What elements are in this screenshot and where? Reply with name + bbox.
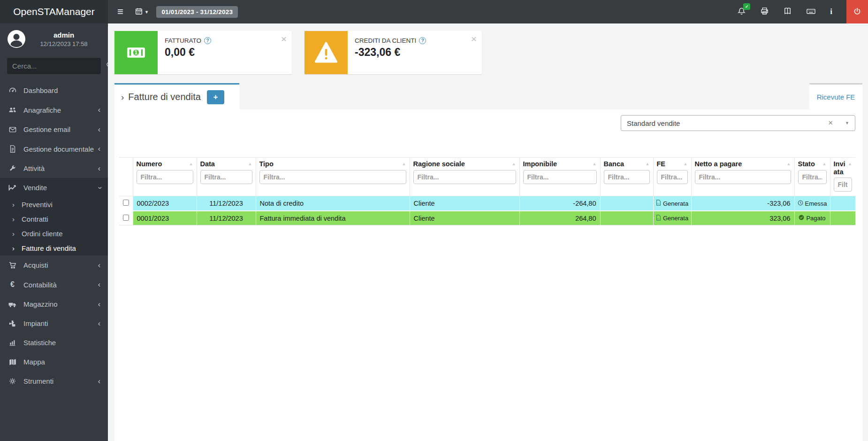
sidebar-item-label: Fatture di vendita	[22, 244, 76, 252]
column-header-imponibile[interactable]: Imponibile▲	[519, 158, 600, 196]
clear-selection-icon[interactable]: ×	[827, 118, 834, 128]
sidebar-item-acquisti[interactable]: Acquisti ‹	[0, 255, 108, 275]
sidebar-section-vendite: Vendite ‹ › Preventivi › Contratti › Ord…	[0, 178, 108, 255]
app-logo[interactable]: OpenSTAManager	[0, 0, 108, 23]
filter-input-numero[interactable]	[137, 170, 193, 184]
sidebar-item-label: Acquisti	[23, 261, 48, 269]
sort-icon[interactable]: ▲	[787, 160, 791, 166]
sidebar-item-label: Magazzino	[23, 300, 58, 308]
print-button[interactable]	[760, 7, 769, 17]
filter-input-fe[interactable]	[657, 170, 688, 184]
sidebar-item-dashboard[interactable]: Dashboard	[0, 80, 108, 100]
card-title: FATTURATO	[165, 37, 201, 44]
filter-input-tipo[interactable]	[259, 170, 406, 184]
check-circle-icon	[799, 215, 804, 222]
column-header-tipo[interactable]: Tipo▲	[256, 158, 410, 196]
sort-icon[interactable]: ▲	[512, 160, 516, 166]
sidebar-item-fatture-di-vendita[interactable]: › Fatture di vendita	[0, 241, 108, 255]
sidebar-item-statistiche[interactable]: Statistiche	[0, 333, 108, 352]
close-icon[interactable]: ×	[281, 34, 287, 44]
sidebar-item-vendite[interactable]: Vendite ‹	[0, 178, 108, 197]
sidebar-item-ordini-cliente[interactable]: › Ordini cliente	[0, 226, 108, 241]
sidebar-item-preventivi[interactable]: › Preventivi	[0, 197, 108, 212]
column-header-banca[interactable]: Banca▲	[600, 158, 653, 196]
sidebar-item-gestione-documentale[interactable]: Gestione documentale ‹	[0, 139, 108, 159]
card-body: CREDITI DA CLIENTI ? -323,06 €	[348, 31, 433, 74]
column-header-numero[interactable]: Numero▲	[133, 158, 197, 196]
sort-icon[interactable]: ▲	[848, 160, 852, 166]
date-range-button[interactable]: ▾	[135, 7, 148, 17]
sidebar-item-label: Impianti	[23, 319, 48, 327]
invoice-type-select[interactable]: Standard vendite × ▼	[621, 115, 855, 131]
close-icon[interactable]: ×	[471, 34, 477, 44]
sidebar-item-label: Dashboard	[23, 86, 58, 94]
row-select-checkbox[interactable]	[123, 200, 129, 206]
sort-icon[interactable]: ▲	[402, 160, 406, 166]
sidebar-item-anagrafiche[interactable]: Anagrafiche ‹	[0, 100, 108, 120]
column-header-stato[interactable]: Stato▲	[794, 158, 830, 196]
cell-tipo: Fattura immediata di vendita	[256, 211, 410, 225]
cell-inviata	[830, 211, 855, 225]
sort-icon[interactable]: ▲	[593, 160, 597, 166]
cell-stato: Pagato	[794, 211, 830, 225]
filter-input-imponibile[interactable]	[523, 170, 597, 184]
sort-icon[interactable]: ▲	[822, 160, 827, 166]
tabs-bar: › Fatture di vendita + Ricevute FE	[114, 83, 862, 109]
search-input[interactable]	[12, 62, 106, 70]
filter-input-netto-a-pagare[interactable]	[695, 170, 791, 184]
cell-fe: Generata	[653, 196, 691, 211]
table-row[interactable]: 0001/2023 11/12/2023 Fattura immediata d…	[119, 211, 855, 225]
column-header-inviata[interactable]: Inviata▲	[830, 158, 855, 196]
sort-icon[interactable]: ▲	[646, 160, 650, 166]
sort-icon[interactable]: ▲	[248, 160, 252, 166]
cell-numero[interactable]: 0002/2023	[133, 196, 197, 211]
column-header-fe[interactable]: FE▲	[653, 158, 691, 196]
sort-icon[interactable]: ▲	[189, 160, 193, 166]
tab-fatture-di-vendita[interactable]: › Fatture di vendita +	[114, 83, 239, 109]
cell-numero[interactable]: 0001/2023	[133, 211, 197, 225]
sidebar-item-contabilita[interactable]: € Contabilità ‹	[0, 275, 108, 294]
help-icon[interactable]: ?	[204, 37, 211, 44]
notifications-button[interactable]: ✓	[737, 7, 746, 17]
filter-input-banca[interactable]	[604, 170, 650, 184]
row-select-checkbox[interactable]	[123, 215, 129, 221]
tab-ricevute-fe[interactable]: Ricevute FE	[809, 83, 862, 109]
table-row[interactable]: 0002/2023 11/12/2023 Nota di credito Cli…	[119, 196, 855, 211]
chevron-left-icon: ‹	[98, 147, 100, 151]
sidebar-item-strumenti[interactable]: Strumenti ‹	[0, 371, 108, 391]
sidebar-item-magazzino[interactable]: Magazzino ‹	[0, 294, 108, 314]
sidebar-item-contratti[interactable]: › Contratti	[0, 212, 108, 226]
info-button[interactable]: i	[830, 7, 832, 16]
sidebar-item-gestione-email[interactable]: Gestione email ‹	[0, 120, 108, 139]
topbar: OpenSTAManager ≡ ▾ 01/01/2023 - 31/12/20…	[0, 0, 868, 23]
sidebar-toggle-button[interactable]: ≡	[117, 6, 123, 18]
topbar-actions: ✓ i	[737, 0, 868, 23]
sidebar-item-mappa[interactable]: Mappa	[0, 352, 108, 371]
filter-input-ragione-sociale[interactable]	[413, 170, 516, 184]
money-icon: 1	[114, 31, 158, 74]
chevron-right-icon[interactable]: ›	[121, 92, 124, 102]
sidebar-item-label: Gestione documentale	[23, 145, 94, 153]
users-icon	[8, 106, 17, 114]
logout-button[interactable]	[846, 0, 868, 23]
file-invoice-icon	[656, 215, 661, 222]
sidebar-item-attivita[interactable]: Attività ‹	[0, 159, 108, 178]
column-header-data[interactable]: Data▲	[197, 158, 256, 196]
user-avatar	[7, 29, 26, 49]
docs-button[interactable]	[783, 7, 792, 17]
filter-input-inviata[interactable]	[834, 178, 853, 192]
sidebar-item-label: Contabilità	[23, 281, 57, 289]
sort-icon[interactable]: ▲	[684, 160, 688, 166]
filter-input-stato[interactable]	[798, 170, 827, 184]
add-invoice-button[interactable]: +	[207, 90, 224, 104]
help-icon[interactable]: ?	[419, 37, 426, 44]
shortcuts-button[interactable]	[806, 7, 816, 17]
date-range-badge[interactable]: 01/01/2023 - 31/12/2023	[156, 6, 238, 18]
user-info: admin 12/12/2023 17:58	[26, 31, 101, 47]
filter-input-data[interactable]	[200, 170, 252, 184]
column-header-ragione-sociale[interactable]: Ragione sociale▲	[410, 158, 519, 196]
column-header-netto-a-pagare[interactable]: Netto a pagare▲	[691, 158, 794, 196]
sidebar-item-impianti[interactable]: Impianti ‹	[0, 314, 108, 333]
card-body: FATTURATO ? 0,00 €	[158, 31, 218, 74]
user-panel[interactable]: admin 12/12/2023 17:58	[0, 23, 108, 54]
